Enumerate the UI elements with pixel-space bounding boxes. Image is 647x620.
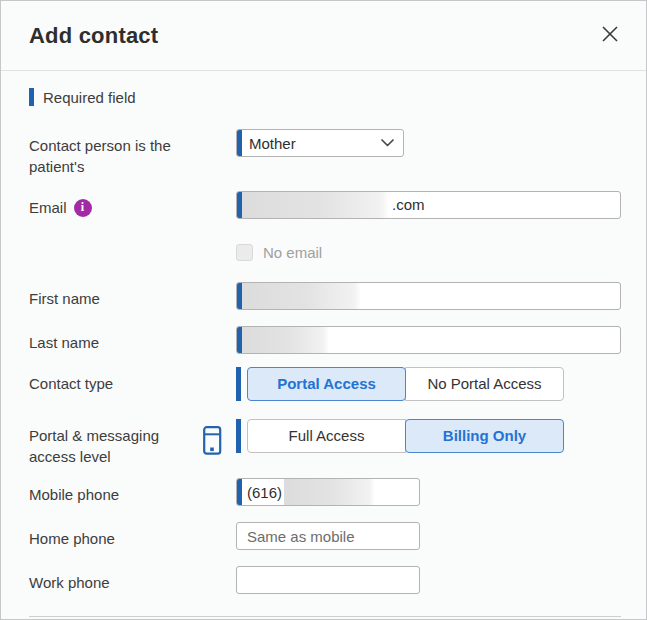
relationship-select[interactable]: Mother [236,129,404,157]
redacted-mobile-phone-value [284,479,374,505]
email-row: Email i .com [29,191,621,219]
modal-title: Add contact [29,23,158,49]
relationship-label: Contact person is the patient's [29,129,236,178]
relationship-selected-value: Mother [242,135,296,152]
redacted-first-name-value [242,283,360,309]
portal-access-button[interactable]: Portal Access [247,367,406,401]
redacted-last-name-value [242,327,328,353]
last-name-input[interactable] [236,326,621,354]
contact-type-label: Contact type [29,367,236,394]
full-access-button[interactable]: Full Access [247,419,406,453]
modal-body: Required field Contact person is the pat… [1,71,646,617]
no-email-checkbox[interactable] [236,244,253,261]
required-field-legend: Required field [29,88,621,106]
add-contact-modal: Add contact Required field Contact perso… [0,0,647,620]
work-phone-row: Work phone [29,566,621,594]
no-email-row: No email [236,244,621,261]
first-name-label: First name [29,282,236,309]
first-name-row: First name [29,282,621,310]
access-level-control: Full Access Billing Only [236,419,564,453]
redacted-email-value [242,192,388,218]
email-label: Email i [29,191,236,218]
home-phone-label: Home phone [29,522,236,549]
required-marker [29,88,34,106]
relationship-row: Contact person is the patient's Mother [29,129,621,178]
modal-header: Add contact [1,1,646,71]
close-icon [600,24,620,47]
last-name-row: Last name [29,326,621,354]
footer-divider [29,616,621,617]
contact-type-control: Portal Access No Portal Access [236,367,564,401]
mobile-phone-icon [203,426,222,468]
work-phone-input[interactable] [236,566,420,594]
mobile-phone-input[interactable]: (616) [236,478,420,506]
mobile-phone-visible-prefix: (616) [242,484,282,501]
required-marker [236,367,241,401]
home-phone-row: Home phone [29,522,621,550]
mobile-phone-label: Mobile phone [29,478,236,505]
last-name-label: Last name [29,326,236,353]
home-phone-input[interactable] [236,522,420,550]
billing-only-button[interactable]: Billing Only [405,419,564,453]
email-input[interactable]: .com [236,191,621,219]
chevron-down-icon [381,139,394,147]
email-visible-suffix: .com [388,196,425,213]
first-name-input[interactable] [236,282,621,310]
work-phone-label: Work phone [29,566,236,593]
info-icon[interactable]: i [74,199,92,217]
required-marker [236,419,241,453]
mobile-phone-row: Mobile phone (616) [29,478,621,506]
required-field-label: Required field [43,89,136,106]
access-level-segmented-group: Full Access Billing Only [247,419,564,453]
close-button[interactable] [596,20,624,51]
no-email-label: No email [263,244,322,261]
no-portal-access-button[interactable]: No Portal Access [405,367,564,401]
access-level-row: Portal & messaging access level Full Acc… [29,419,621,468]
contact-type-segmented-group: Portal Access No Portal Access [247,367,564,401]
contact-type-row: Contact type Portal Access No Portal Acc… [29,367,621,401]
access-level-label: Portal & messaging access level [29,419,236,468]
